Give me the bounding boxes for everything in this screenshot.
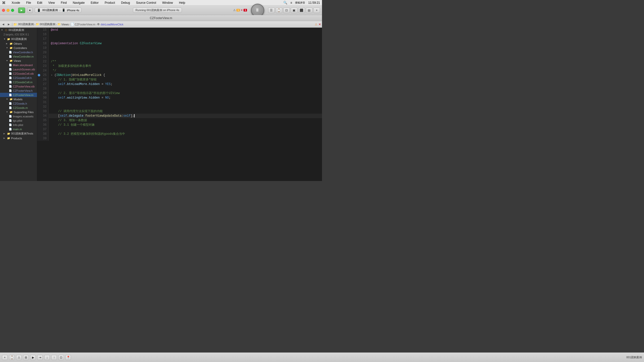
line-content-23: * 加载更多按钮的单击事件 — [49, 64, 322, 68]
line-number-37: 37 — [41, 127, 49, 132]
traffic-lights — [2, 9, 14, 12]
menubar-xcode[interactable]: Xcode — [11, 1, 21, 5]
code-line-35: 35 // 3. 增加一条数据 — [37, 118, 322, 123]
nav-forward[interactable]: ▶ — [7, 22, 11, 27]
add-btn[interactable]: + — [313, 8, 320, 13]
line-content-18: @implementation CZFooterView — [49, 41, 322, 46]
breadcrumb-views[interactable]: Views — [61, 23, 69, 26]
menubar-editor[interactable]: Editor — [90, 1, 100, 5]
breadcrumb-method[interactable]: -btnLoadMoreClick — [100, 23, 123, 26]
layout-btn-2[interactable]: ⬛ — [298, 8, 305, 13]
sidebar-item-launchscreen[interactable]: 📄 LaunchScreen.xib — [0, 67, 37, 71]
sidebar-item-czgoodscell-h[interactable]: 📄 CZGoodsCell.h — [0, 76, 37, 80]
sidebar-item-viewcontroller-m[interactable]: 📄 ViewController.m — [0, 54, 37, 59]
menubar-help[interactable]: Help — [178, 1, 186, 5]
menubar-file[interactable]: File — [25, 1, 32, 5]
stop-button[interactable]: ■ — [27, 8, 33, 13]
code-line-37: 37 — [37, 127, 322, 132]
code-line-28: 28 — [37, 86, 322, 91]
nav-warning-icon[interactable]: ⚠ — [315, 23, 317, 26]
breakpoint-area-20 — [37, 50, 41, 55]
line-number-28: 28 — [41, 86, 49, 91]
breakpoint-area-32 — [37, 105, 41, 109]
sidebar-item-czgoods-m[interactable]: 📄 CZGoods.m — [0, 106, 37, 110]
menubar-edit[interactable]: Edit — [36, 1, 43, 5]
sidebar-item-products[interactable]: ▶ 📁 Products — [0, 136, 37, 140]
code-editor[interactable]: 15 @end 16 17 18 @implementation CZFoote… — [37, 28, 322, 181]
sidebar-item-czfooterview-h[interactable]: 📄 CZFooterView.h — [0, 88, 37, 93]
breakpoint-area-27 — [37, 82, 41, 86]
editor-mode-1[interactable]: ⊡ — [283, 8, 290, 13]
sidebar-item-czfooterview-xib[interactable]: 📄 CZFooterView.xib — [0, 84, 37, 88]
breakpoint-area-25[interactable] — [37, 73, 41, 77]
breakpoint-area-31 — [37, 100, 41, 105]
sidebar-item-controllers[interactable]: ▼ 📁 Controllers — [0, 46, 37, 50]
layout-btn-1[interactable]: ▣ — [291, 8, 297, 13]
breakpoint-dot-25[interactable] — [38, 74, 40, 76]
sidebar-item-main-storyboard[interactable]: 📄 Main.storyboard — [0, 63, 37, 67]
menubar-ime[interactable]: 搜狐拼音 — [295, 1, 305, 5]
minimize-button[interactable] — [7, 9, 10, 12]
breadcrumb-project[interactable]: 001团购案例 — [18, 22, 34, 26]
layout-btn-3[interactable]: ▤ — [306, 8, 312, 13]
line-content-24: */ — [49, 68, 322, 73]
breakpoint-area-23 — [37, 64, 41, 68]
file-label: CZGoodsCell.m — [13, 81, 32, 84]
expand-icon: ▶ — [4, 137, 6, 139]
line-number-36: 36 — [41, 123, 49, 127]
device-name: iPhone 4s — [67, 9, 79, 12]
sidebar-item-czgoodscell-m[interactable]: 📄 CZGoodsCell.m — [0, 80, 37, 84]
sidebar-item-others[interactable]: ▶ 📁 Others — [0, 41, 37, 46]
folder-icon: 📁 — [7, 132, 10, 135]
expand-icon: ▼ — [6, 98, 9, 100]
line-content-25: - (IBAction)btnLoadMoreClick { — [49, 73, 322, 77]
code-line-38: 38 // 3.2 把模型对象加到控制器的goods集合当中 — [37, 132, 322, 136]
file-icon: 📄 — [9, 64, 12, 66]
close-button[interactable] — [2, 9, 5, 12]
apple-menu[interactable]: ⌘ — [2, 1, 6, 5]
sidebar-item-supporting-files[interactable]: ▼ 📁 Supporting Files — [0, 110, 37, 114]
line-number-22: 22 — [41, 59, 49, 64]
line-number-20: 20 — [41, 50, 49, 55]
menubar-view[interactable]: View — [47, 1, 56, 5]
line-content-39 — [49, 136, 322, 141]
sidebar-item-info-plist[interactable]: 📄 Info.plist — [0, 123, 37, 127]
zoom-button[interactable] — [11, 9, 14, 12]
sidebar-item-main-m[interactable]: 📄 main.m — [0, 127, 37, 131]
file-label: Main.storyboard — [13, 64, 33, 67]
breadcrumb-file[interactable]: CZFooterView.m — [75, 23, 95, 26]
menubar-source-control[interactable]: Source Control — [135, 1, 157, 5]
sidebar-item-main-group[interactable]: ▼ 📁 001团购案例 — [0, 37, 37, 41]
menubar-navigate[interactable]: Navigate — [72, 1, 86, 5]
run-button[interactable]: ▶ — [18, 8, 25, 13]
menubar-find[interactable]: Find — [60, 1, 68, 5]
sidebar-item-project[interactable]: ▼ ⬡ 001团购案例 — [0, 28, 37, 32]
navigator-toggle[interactable]: ☰ — [268, 8, 275, 13]
sidebar-item-views[interactable]: ▼ 📁 Views — [0, 59, 37, 63]
sidebar-item-tests[interactable]: ▶ 📁 001团购案例Tests — [0, 131, 37, 136]
warning-count: 1 — [236, 9, 240, 12]
sidebar-item-models[interactable]: ▼ 📁 Models — [0, 97, 37, 101]
pause-button[interactable]: ⏸ — [251, 4, 264, 17]
warnings-area[interactable]: ⚠ 1 ✕ 1 — [233, 9, 247, 12]
sidebar-item-czfooterview-m[interactable]: 📄 CZFooterView.m — [0, 93, 37, 97]
nav-back[interactable]: ◀ — [1, 22, 6, 27]
code-line-27: 27 self.btnLoadMore.hidden = YES; — [37, 82, 322, 86]
history-btn[interactable]: ⌚ — [276, 8, 282, 13]
sidebar-item-viewcontroller-h[interactable]: 📄 ViewController.h — [0, 50, 37, 54]
breadcrumb-group[interactable]: 001团购案例 — [40, 22, 55, 26]
scheme-selector[interactable]: 📱 001团购案例 › 📱 iPhone 4s — [35, 8, 82, 13]
sidebar-item-tgs-plist[interactable]: 📄 tgs.plist — [0, 118, 37, 123]
menubar-debug[interactable]: Debug — [120, 1, 131, 5]
menubar-product[interactable]: Product — [104, 1, 116, 5]
sidebar-item-czgoods-h[interactable]: 📄 CZGoods.h — [0, 101, 37, 106]
line-number-18: 18 — [41, 41, 49, 46]
folder-icon: 📁 — [9, 111, 13, 113]
nav-error-icon[interactable]: ✕ — [318, 23, 321, 26]
line-number-29: 29 — [41, 91, 49, 96]
sidebar-item-images-xcassets[interactable]: 📄 Images.xcassets — [0, 114, 37, 118]
sidebar-item-czgoodscell-xib[interactable]: 📄 CZGoodsCell.xib — [0, 71, 37, 76]
menubar-search-icon[interactable]: 🔍 — [283, 1, 287, 5]
menubar-window[interactable]: Window — [161, 1, 174, 5]
file-label: LaunchScreen.xib — [13, 68, 35, 71]
